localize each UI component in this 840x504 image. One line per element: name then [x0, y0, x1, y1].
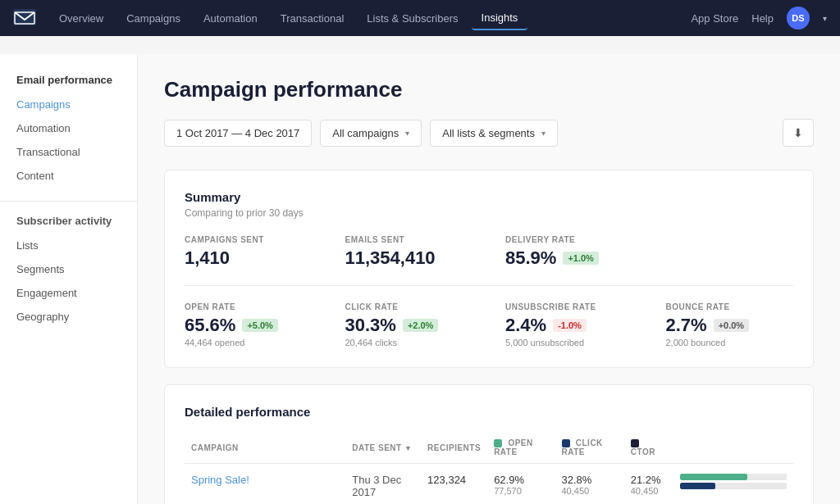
stat-unsub-label: UNSUBSCRIBE RATE — [505, 302, 633, 311]
campaigns-chevron-icon: ▾ — [405, 129, 409, 138]
stat-campaigns-value: 1,410 — [185, 247, 313, 269]
stat-bounce-rate: BOUNCE RATE 2.7% +0.0% 2,000 bounced — [666, 302, 794, 347]
user-avatar[interactable]: DS — [787, 7, 810, 30]
sidebar: Email performance Campaigns Automation T… — [0, 54, 138, 504]
stat-emails-label: EMAILS SENT — [345, 235, 473, 244]
stat-open-sub: 44,464 opened — [185, 338, 313, 347]
stat-click-value: 30.3% +2.0% — [345, 315, 473, 336]
stat-unsub-value: 2.4% -1.0% — [505, 315, 633, 336]
stat-bounce-sub: 2,000 bounced — [666, 338, 794, 347]
stat-click-sub: 20,464 clicks — [345, 338, 473, 347]
stats-divider — [185, 285, 793, 286]
stat-campaigns-label: CAMPAIGNS SENT — [185, 235, 313, 244]
nav-lists[interactable]: Lists & Subscribers — [357, 7, 468, 30]
stat-open-rate: OPEN RATE 65.6% +5.0% 44,464 opened — [185, 302, 313, 347]
detailed-title: Detailed performance — [185, 405, 793, 419]
col-recipients: RECIPIENTS — [421, 432, 487, 464]
sidebar-item-geography[interactable]: Geography — [0, 305, 137, 329]
logo[interactable] — [13, 9, 36, 28]
app-store-link[interactable]: App Store — [691, 12, 738, 25]
summary-stats-row1: CAMPAIGNS SENT 1,410 EMAILS SENT 11,354,… — [185, 235, 793, 269]
stat-delivery-rate: DELIVERY RATE 85.9% +1.0% — [505, 235, 633, 269]
stat-emails-value: 11,354,410 — [345, 247, 473, 269]
sidebar-item-campaigns[interactable]: Campaigns — [0, 93, 137, 116]
click-bar — [680, 483, 715, 489]
nav-automation[interactable]: Automation — [194, 7, 267, 30]
stat-unsub-rate: UNSUBSCRIBE RATE 2.4% -1.0% 5,000 unsubs… — [505, 302, 633, 347]
stat-open-value: 65.6% +5.0% — [185, 315, 313, 336]
help-link[interactable]: Help — [751, 12, 774, 25]
table-row: Spring Sale! Thu 3 Dec 2017 123,324 62.9… — [185, 464, 793, 504]
nav-transactional[interactable]: Transactional — [271, 7, 354, 30]
summary-title: Summary — [185, 190, 793, 204]
delivery-badge: +1.0% — [563, 252, 599, 265]
stat-bounce-value: 2.7% +0.0% — [666, 315, 794, 336]
nav-campaigns[interactable]: Campaigns — [116, 7, 190, 30]
stat-open-label: OPEN RATE — [185, 302, 313, 311]
cell-chart — [673, 464, 793, 504]
sidebar-item-engagement[interactable]: Engagement — [0, 281, 137, 305]
click-badge: +2.0% — [403, 319, 439, 332]
campaigns-filter[interactable]: All campaigns ▾ — [320, 120, 422, 147]
date-range-filter[interactable]: 1 Oct 2017 — 4 Dec 2017 — [164, 120, 312, 147]
unsub-badge: -1.0% — [553, 319, 587, 332]
cell-date: Thu 3 Dec 2017 — [345, 464, 421, 504]
stat-campaigns-sent: CAMPAIGNS SENT 1,410 — [185, 235, 313, 269]
recipients-value: 123,324 — [427, 474, 481, 486]
col-chart — [673, 432, 793, 464]
sort-icon: ▼ — [404, 444, 412, 452]
sidebar-item-content[interactable]: Content — [0, 164, 137, 188]
email-performance-section: Email performance — [0, 74, 137, 93]
open-badge: +5.0% — [242, 319, 278, 332]
top-nav: Overview Campaigns Automation Transactio… — [0, 0, 840, 36]
sidebar-item-automation[interactable]: Automation — [0, 116, 137, 140]
nav-insights[interactable]: Insights — [472, 7, 528, 30]
detailed-section: Detailed performance CAMPAIGN DATE SENT … — [164, 384, 814, 504]
sidebar-item-segments[interactable]: Segments — [0, 257, 137, 281]
sidebar-item-lists[interactable]: Lists — [0, 234, 137, 257]
nav-right: App Store Help DS ▾ — [691, 7, 827, 30]
filters-row: 1 Oct 2017 — 4 Dec 2017 All campaigns ▾ … — [164, 119, 814, 147]
cell-recipients: 123,324 — [421, 464, 487, 504]
open-bar — [680, 474, 747, 480]
campaign-link[interactable]: Spring Sale! — [191, 474, 249, 486]
bar-group — [680, 474, 787, 489]
col-open-rate: OPEN RATE — [487, 432, 555, 464]
stat-placeholder — [666, 235, 794, 269]
svg-rect-0 — [13, 9, 36, 25]
page-title: Campaign performance — [164, 77, 814, 102]
sidebar-divider — [0, 201, 137, 202]
nav-overview[interactable]: Overview — [49, 7, 113, 30]
bounce-badge: +0.0% — [714, 319, 750, 332]
download-button[interactable]: ⬇ — [783, 119, 814, 147]
stat-delivery-value: 85.9% +1.0% — [505, 247, 633, 269]
segments-chevron-icon: ▾ — [541, 129, 546, 138]
open-bar-wrap — [680, 474, 787, 480]
col-date-sent[interactable]: DATE SENT ▼ — [345, 432, 421, 464]
col-ctor: CTOR — [624, 432, 673, 464]
stat-unsub-sub: 5,000 unsubscribed — [505, 338, 633, 347]
sidebar-item-transactional[interactable]: Transactional — [0, 140, 137, 164]
stat-click-rate: CLICK RATE 30.3% +2.0% 20,464 clicks — [345, 302, 473, 347]
app-container: Email performance Campaigns Automation T… — [0, 54, 840, 504]
click-rate-value: 32.8% — [562, 474, 618, 486]
cell-campaign-name: Spring Sale! — [185, 464, 345, 504]
main-content: Campaign performance 1 Oct 2017 — 4 Dec … — [138, 54, 840, 504]
cell-ctor: 21.2% 40,450 — [624, 464, 673, 504]
avatar-chevron-icon: ▾ — [823, 14, 827, 23]
col-campaign: CAMPAIGN — [185, 432, 345, 464]
click-rate-indicator — [562, 439, 570, 447]
summary-card: Summary Comparing to prior 30 days CAMPA… — [164, 170, 814, 368]
performance-table: CAMPAIGN DATE SENT ▼ RECIPIENTS OPEN RAT… — [185, 432, 793, 504]
stat-click-label: CLICK RATE — [345, 302, 473, 311]
segments-filter[interactable]: All lists & segments ▾ — [430, 120, 558, 147]
ctor-indicator — [631, 439, 639, 447]
open-rate-value: 62.9% — [494, 474, 548, 486]
summary-stats-row2: OPEN RATE 65.6% +5.0% 44,464 opened CLIC… — [185, 302, 793, 347]
segments-filter-value: All lists & segments — [442, 127, 535, 139]
nav-items: Overview Campaigns Automation Transactio… — [49, 7, 691, 30]
click-bar-wrap — [680, 483, 787, 489]
cell-open-rate: 62.9% 77,570 — [487, 464, 555, 504]
ctor-sub: 40,450 — [631, 486, 667, 496]
open-rate-sub: 77,570 — [494, 486, 548, 496]
